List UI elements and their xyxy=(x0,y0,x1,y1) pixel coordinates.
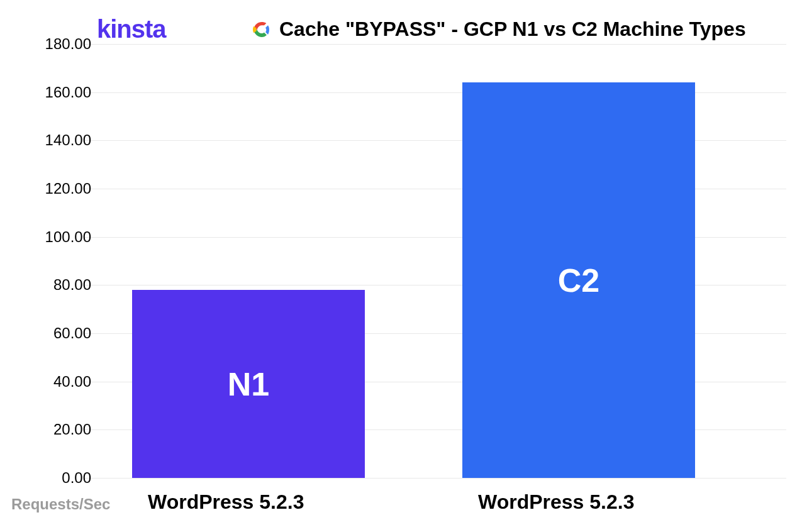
y-tick-label: 0.00 xyxy=(28,469,91,487)
bar-n1: N1 xyxy=(132,290,365,478)
y-tick-label: 100.00 xyxy=(28,228,91,246)
gridline xyxy=(85,478,786,479)
y-tick-label: 80.00 xyxy=(28,276,91,294)
y-tick-label: 140.00 xyxy=(28,131,91,149)
y-tick-label: 120.00 xyxy=(28,180,91,197)
x-label-0: WordPress 5.2.3 xyxy=(148,490,304,514)
kinsta-logo: kinsta xyxy=(97,15,166,43)
y-tick-label: 180.00 xyxy=(28,35,91,53)
bar-c2: C2 xyxy=(462,82,695,478)
x-label-1: WordPress 5.2.3 xyxy=(478,490,634,514)
bar-label-c2: C2 xyxy=(558,262,599,299)
bars-container: N1C2 xyxy=(85,44,786,478)
y-tick-label: 60.00 xyxy=(28,324,91,342)
y-tick-label: 40.00 xyxy=(28,373,91,391)
y-axis-title: Requests/Sec xyxy=(11,496,110,513)
bar-label-n1: N1 xyxy=(228,365,269,403)
y-tick-label: 160.00 xyxy=(28,84,91,101)
google-cloud-icon xyxy=(252,19,272,40)
chart-plot-area: N1C2 xyxy=(85,44,786,478)
y-tick-label: 20.00 xyxy=(28,421,91,438)
chart-title: Cache "BYPASS" - GCP N1 vs C2 Machine Ty… xyxy=(279,18,746,41)
title-wrap: Cache "BYPASS" - GCP N1 vs C2 Machine Ty… xyxy=(252,18,746,41)
